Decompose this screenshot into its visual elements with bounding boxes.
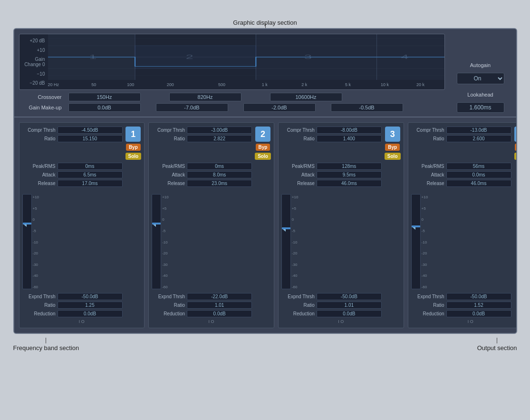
band-4-column: Compr Thrsh Ratio 4 Byp Solo Peak/RMS: [408, 122, 517, 328]
attack-value-4[interactable]: [446, 171, 511, 178]
compr-thrsh-label-2: Compr Thrsh: [152, 127, 185, 133]
svg-rect-9: [135, 46, 256, 68]
gain-makeup-row: Gain Make-up: [19, 102, 445, 113]
peak-rms-value-3[interactable]: [317, 163, 382, 170]
peak-rms-value-2[interactable]: [187, 163, 252, 170]
band-number-3: 3: [385, 127, 400, 142]
gain-makeup-2[interactable]: [156, 103, 228, 112]
eq-svg-graph: 1 2 3 4: [48, 34, 444, 80]
y-label-20db: +20 dB: [19, 38, 48, 43]
attack-value-2[interactable]: [187, 171, 252, 178]
io-label-1: I O: [22, 319, 142, 324]
crossover-1[interactable]: [68, 93, 141, 101]
release-label-3: Release: [281, 181, 315, 186]
attack-value-1[interactable]: [58, 171, 123, 178]
autogain-label: Autogain: [470, 62, 491, 68]
expnd-thrsh-value-2[interactable]: [187, 293, 252, 300]
main-container: +20 dB +10 Gain Change 0 −10 −20 dB: [13, 28, 517, 334]
band-4-params: Compr Thrsh Ratio: [411, 127, 511, 144]
gain-change-label: Gain Change 0: [19, 57, 48, 67]
x-label-200: 200: [167, 82, 174, 87]
solo-button-4[interactable]: Solo: [514, 153, 517, 160]
io-label-4: I O: [411, 319, 517, 324]
eq-display: +20 dB +10 Gain Change 0 −10 −20 dB: [19, 34, 445, 90]
release-value-1[interactable]: [58, 180, 123, 187]
freq-band-section-label: Frequency band section: [13, 338, 79, 352]
peak-rms-value-1[interactable]: [58, 163, 123, 170]
x-label-20k: 20 k: [416, 82, 424, 87]
fader-1[interactable]: [22, 194, 32, 289]
reduction-label-1: Reduction: [22, 311, 56, 316]
attack-label-3: Attack: [281, 172, 315, 177]
expnd-thrsh-value-3[interactable]: [317, 293, 382, 300]
gain-makeup-3[interactable]: [243, 103, 316, 112]
expnd-ratio-label-4: Ratio: [411, 303, 444, 308]
fader-4[interactable]: [411, 194, 421, 289]
band-3-column: Compr Thrsh Ratio 3 Byp Solo Peak/RMS: [278, 122, 404, 328]
compr-thrsh-label-1: Compr Thrsh: [22, 127, 56, 133]
expnd-ratio-value-4[interactable]: [446, 302, 511, 309]
release-value-2[interactable]: [187, 180, 252, 187]
release-value-4[interactable]: [446, 180, 511, 187]
compr-thrsh-value-4[interactable]: [446, 127, 511, 134]
ratio-value-2[interactable]: [187, 135, 252, 142]
x-label-2k: 2 k: [301, 82, 307, 87]
expnd-ratio-label-3: Ratio: [281, 303, 315, 308]
peak-rms-value-4[interactable]: [446, 163, 511, 170]
ratio-value-1[interactable]: [58, 135, 123, 142]
compr-thrsh-value-2[interactable]: [187, 127, 252, 134]
peak-rms-label-4: Peak/RMS: [411, 164, 444, 169]
byp-button-2[interactable]: Byp: [256, 144, 270, 151]
solo-button-2[interactable]: Solo: [255, 153, 271, 160]
ratio-value-3[interactable]: [317, 135, 382, 142]
expnd-ratio-value-1[interactable]: [58, 302, 123, 309]
lookahead-value[interactable]: [457, 102, 504, 113]
fader-2[interactable]: [152, 194, 161, 289]
expnd-thrsh-label-1: Expnd Thrsh: [22, 294, 56, 299]
byp-button-1[interactable]: Byp: [126, 144, 141, 151]
solo-button-1[interactable]: Solo: [125, 153, 142, 160]
reduction-value-1[interactable]: [58, 310, 123, 317]
ratio-value-4[interactable]: [446, 135, 511, 142]
output-section-label: Output section: [477, 338, 517, 352]
x-label-500: 500: [218, 82, 225, 87]
band-2-column: Compr Thrsh Ratio 2 Byp Solo Peak/RMS: [148, 122, 274, 328]
ratio-label-4: Ratio: [411, 136, 444, 141]
compr-thrsh-value-3[interactable]: [317, 127, 382, 134]
right-panel: Autogain On Off Lookahead: [450, 34, 511, 113]
attack-value-3[interactable]: [317, 171, 382, 178]
expnd-thrsh-value-1[interactable]: [58, 293, 123, 300]
fader-scale-1: +10+50-5-10-20-30-40-60: [33, 194, 39, 289]
band-1-params: Compr Thrsh Ratio: [22, 127, 123, 144]
ratio-label-1: Ratio: [22, 136, 56, 141]
expnd-ratio-value-2[interactable]: [187, 302, 252, 309]
fader-scale-4: +10+50-5-10-20-30-40-60: [422, 194, 428, 289]
bottom-labels: Frequency band section Output section: [13, 338, 517, 352]
expnd-thrsh-label-2: Expnd Thrsh: [152, 294, 185, 299]
byp-button-4[interactable]: Byp: [515, 144, 517, 151]
fader-scale-2: +10+50-5-10-20-30-40-60: [162, 194, 169, 289]
attack-label-2: Attack: [152, 172, 185, 177]
reduction-value-4[interactable]: [446, 310, 511, 317]
solo-button-3[interactable]: Solo: [385, 153, 401, 160]
release-value-3[interactable]: [317, 180, 382, 187]
expnd-thrsh-value-4[interactable]: [446, 293, 511, 300]
band-1-column: Compr Thrsh Ratio 1 Byp Solo Peak/RMS: [19, 122, 145, 328]
fader-3[interactable]: [281, 194, 291, 289]
band-section: Compr Thrsh Ratio 1 Byp Solo Peak/RMS: [14, 117, 516, 333]
reduction-value-3[interactable]: [317, 310, 382, 317]
x-label-50: 50: [91, 82, 96, 87]
compr-thrsh-value-1[interactable]: [58, 127, 123, 134]
gain-makeup-1[interactable]: [68, 103, 141, 112]
expnd-ratio-value-3[interactable]: [317, 302, 382, 309]
svg-text:2: 2: [185, 54, 193, 60]
x-label-20hz: 20 Hz: [48, 82, 59, 87]
reduction-value-2[interactable]: [187, 310, 252, 317]
crossover-3[interactable]: [270, 93, 342, 101]
io-label-2: I O: [152, 319, 271, 324]
lookahead-label: Lookahead: [467, 92, 493, 98]
crossover-2[interactable]: [169, 93, 241, 101]
byp-button-3[interactable]: Byp: [385, 144, 400, 151]
gain-makeup-4[interactable]: [331, 103, 403, 112]
autogain-select[interactable]: On Off: [457, 73, 504, 84]
